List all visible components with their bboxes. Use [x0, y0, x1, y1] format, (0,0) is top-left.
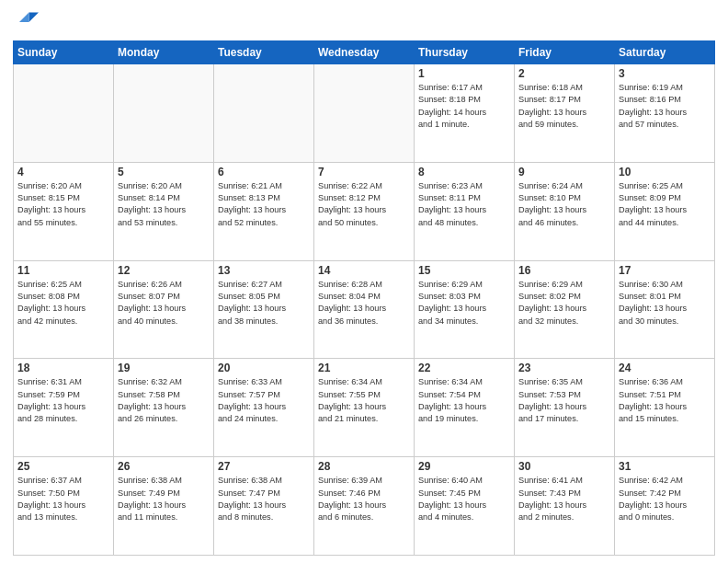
day-cell: 2Sunrise: 6:18 AM Sunset: 8:17 PM Daylig… — [515, 64, 615, 163]
day-info: Sunrise: 6:23 AM Sunset: 8:11 PM Dayligh… — [418, 180, 510, 229]
weekday-header-wednesday: Wednesday — [314, 41, 415, 64]
weekday-header-row: SundayMondayTuesdayWednesdayThursdayFrid… — [14, 41, 715, 64]
day-cell: 22Sunrise: 6:34 AM Sunset: 7:54 PM Dayli… — [415, 359, 515, 457]
day-number: 19 — [118, 362, 210, 374]
day-cell: 7Sunrise: 6:22 AM Sunset: 8:12 PM Daylig… — [314, 162, 415, 260]
day-number: 30 — [518, 460, 610, 473]
day-number: 28 — [318, 460, 410, 473]
day-number: 23 — [518, 362, 610, 374]
day-cell: 10Sunrise: 6:25 AM Sunset: 8:09 PM Dayli… — [615, 162, 715, 260]
day-cell: 15Sunrise: 6:29 AM Sunset: 8:03 PM Dayli… — [415, 260, 515, 359]
day-info: Sunrise: 6:27 AM Sunset: 8:05 PM Dayligh… — [218, 279, 310, 327]
day-cell: 29Sunrise: 6:40 AM Sunset: 7:45 PM Dayli… — [415, 457, 515, 556]
day-cell: 24Sunrise: 6:36 AM Sunset: 7:51 PM Dayli… — [615, 359, 715, 457]
day-cell: 16Sunrise: 6:29 AM Sunset: 8:02 PM Dayli… — [515, 260, 615, 359]
day-cell: 13Sunrise: 6:27 AM Sunset: 8:05 PM Dayli… — [214, 260, 314, 359]
day-number: 8 — [418, 166, 510, 178]
day-cell: 26Sunrise: 6:38 AM Sunset: 7:49 PM Dayli… — [114, 457, 214, 556]
weekday-header-thursday: Thursday — [415, 41, 515, 64]
day-info: Sunrise: 6:41 AM Sunset: 7:43 PM Dayligh… — [518, 475, 610, 523]
day-cell: 1Sunrise: 6:17 AM Sunset: 8:18 PM Daylig… — [415, 64, 515, 163]
day-info: Sunrise: 6:22 AM Sunset: 8:12 PM Dayligh… — [318, 180, 410, 229]
day-cell: 9Sunrise: 6:24 AM Sunset: 8:10 PM Daylig… — [515, 162, 615, 260]
day-cell: 31Sunrise: 6:42 AM Sunset: 7:42 PM Dayli… — [615, 457, 715, 556]
day-info: Sunrise: 6:18 AM Sunset: 8:17 PM Dayligh… — [518, 82, 610, 131]
day-info: Sunrise: 6:31 AM Sunset: 7:59 PM Dayligh… — [17, 376, 109, 425]
day-cell: 14Sunrise: 6:28 AM Sunset: 8:04 PM Dayli… — [314, 260, 415, 359]
day-cell: 4Sunrise: 6:20 AM Sunset: 8:15 PM Daylig… — [14, 162, 114, 260]
day-number: 7 — [318, 166, 410, 178]
day-info: Sunrise: 6:21 AM Sunset: 8:13 PM Dayligh… — [218, 180, 310, 229]
day-cell: 12Sunrise: 6:26 AM Sunset: 8:07 PM Dayli… — [114, 260, 214, 359]
day-cell: 6Sunrise: 6:21 AM Sunset: 8:13 PM Daylig… — [214, 162, 314, 260]
day-info: Sunrise: 6:36 AM Sunset: 7:51 PM Dayligh… — [619, 376, 711, 425]
day-number: 6 — [218, 166, 310, 178]
week-row-5: 25Sunrise: 6:37 AM Sunset: 7:50 PM Dayli… — [14, 457, 715, 556]
day-info: Sunrise: 6:20 AM Sunset: 8:14 PM Dayligh… — [118, 180, 210, 229]
calendar-table: SundayMondayTuesdayWednesdayThursdayFrid… — [13, 40, 715, 556]
day-number: 18 — [17, 362, 109, 374]
day-info: Sunrise: 6:28 AM Sunset: 8:04 PM Dayligh… — [318, 279, 410, 327]
day-cell: 28Sunrise: 6:39 AM Sunset: 7:46 PM Dayli… — [314, 457, 415, 556]
day-info: Sunrise: 6:42 AM Sunset: 7:42 PM Dayligh… — [619, 475, 711, 523]
day-info: Sunrise: 6:17 AM Sunset: 8:18 PM Dayligh… — [418, 82, 510, 131]
day-number: 22 — [418, 362, 510, 374]
day-number: 25 — [17, 460, 109, 473]
day-number: 1 — [418, 67, 510, 80]
day-number: 3 — [619, 67, 711, 80]
day-cell: 17Sunrise: 6:30 AM Sunset: 8:01 PM Dayli… — [615, 260, 715, 359]
week-row-3: 11Sunrise: 6:25 AM Sunset: 8:08 PM Dayli… — [14, 260, 715, 359]
day-number: 29 — [418, 460, 510, 473]
day-number: 24 — [619, 362, 711, 374]
weekday-header-monday: Monday — [114, 41, 214, 64]
day-number: 31 — [619, 460, 711, 473]
day-number: 26 — [118, 460, 210, 473]
day-cell: 18Sunrise: 6:31 AM Sunset: 7:59 PM Dayli… — [14, 359, 114, 457]
day-number: 15 — [418, 264, 510, 277]
day-info: Sunrise: 6:19 AM Sunset: 8:16 PM Dayligh… — [619, 82, 711, 131]
weekday-header-sunday: Sunday — [14, 41, 114, 64]
day-info: Sunrise: 6:34 AM Sunset: 7:54 PM Dayligh… — [418, 376, 510, 425]
week-row-1: 1Sunrise: 6:17 AM Sunset: 8:18 PM Daylig… — [14, 64, 715, 163]
day-number: 14 — [318, 264, 410, 277]
day-cell: 11Sunrise: 6:25 AM Sunset: 8:08 PM Dayli… — [14, 260, 114, 359]
day-info: Sunrise: 6:40 AM Sunset: 7:45 PM Dayligh… — [418, 475, 510, 523]
day-number: 20 — [218, 362, 310, 374]
week-row-4: 18Sunrise: 6:31 AM Sunset: 7:59 PM Dayli… — [14, 359, 715, 457]
day-info: Sunrise: 6:35 AM Sunset: 7:53 PM Dayligh… — [518, 376, 610, 425]
day-info: Sunrise: 6:24 AM Sunset: 8:10 PM Dayligh… — [518, 180, 610, 229]
day-info: Sunrise: 6:30 AM Sunset: 8:01 PM Dayligh… — [619, 279, 711, 327]
day-number: 16 — [518, 264, 610, 277]
day-number: 12 — [118, 264, 210, 277]
day-info: Sunrise: 6:37 AM Sunset: 7:50 PM Dayligh… — [17, 475, 109, 523]
day-number: 4 — [17, 166, 109, 178]
day-info: Sunrise: 6:20 AM Sunset: 8:15 PM Dayligh… — [17, 180, 109, 229]
day-cell: 21Sunrise: 6:34 AM Sunset: 7:55 PM Dayli… — [314, 359, 415, 457]
day-info: Sunrise: 6:25 AM Sunset: 8:09 PM Dayligh… — [619, 180, 711, 229]
day-cell: 3Sunrise: 6:19 AM Sunset: 8:16 PM Daylig… — [615, 64, 715, 163]
day-cell — [14, 64, 114, 163]
day-number: 9 — [518, 166, 610, 178]
day-info: Sunrise: 6:34 AM Sunset: 7:55 PM Dayligh… — [318, 376, 410, 425]
day-number: 17 — [619, 264, 711, 277]
day-number: 5 — [118, 166, 210, 178]
day-info: Sunrise: 6:29 AM Sunset: 8:02 PM Dayligh… — [518, 279, 610, 327]
day-info: Sunrise: 6:38 AM Sunset: 7:49 PM Dayligh… — [118, 475, 210, 523]
header — [13, 9, 715, 35]
day-info: Sunrise: 6:33 AM Sunset: 7:57 PM Dayligh… — [218, 376, 310, 425]
day-info: Sunrise: 6:25 AM Sunset: 8:08 PM Dayligh… — [17, 279, 109, 327]
svg-marker-1 — [19, 13, 29, 23]
day-cell: 30Sunrise: 6:41 AM Sunset: 7:43 PM Dayli… — [515, 457, 615, 556]
day-info: Sunrise: 6:29 AM Sunset: 8:03 PM Dayligh… — [418, 279, 510, 327]
page: SundayMondayTuesdayWednesdayThursdayFrid… — [0, 0, 728, 563]
day-cell: 25Sunrise: 6:37 AM Sunset: 7:50 PM Dayli… — [14, 457, 114, 556]
logo — [13, 9, 40, 35]
day-number: 10 — [619, 166, 711, 178]
weekday-header-tuesday: Tuesday — [214, 41, 314, 64]
svg-marker-0 — [29, 13, 40, 23]
day-number: 21 — [318, 362, 410, 374]
weekday-header-friday: Friday — [515, 41, 615, 64]
day-number: 11 — [17, 264, 109, 277]
day-info: Sunrise: 6:32 AM Sunset: 7:58 PM Dayligh… — [118, 376, 210, 425]
weekday-header-saturday: Saturday — [615, 41, 715, 64]
